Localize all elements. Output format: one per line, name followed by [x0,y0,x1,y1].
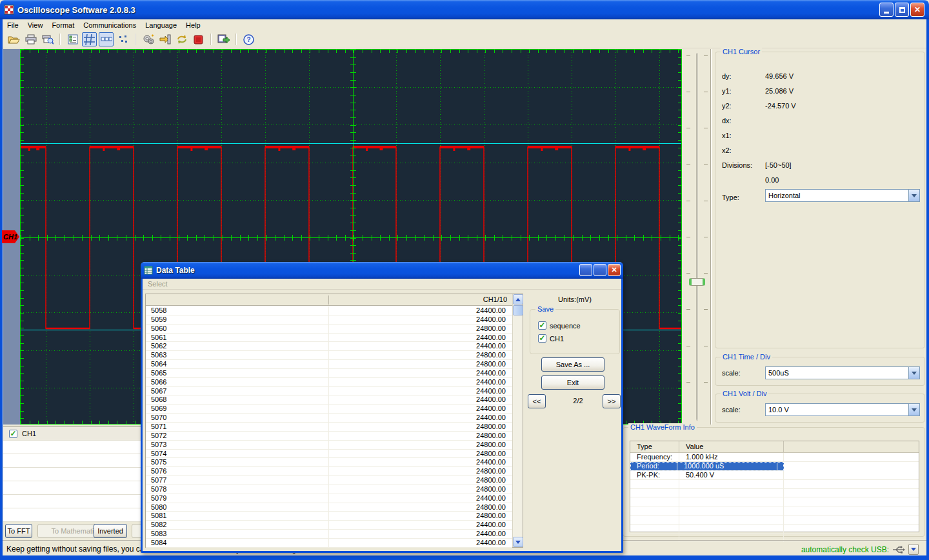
prev-page-button[interactable]: << [528,394,546,408]
menu-view[interactable]: View [23,20,48,30]
menu-communications[interactable]: Communications [79,20,141,30]
table-row[interactable]: 507224800.00 [146,432,512,441]
waveform-info-row[interactable] [630,506,919,515]
channel-list-icon[interactable] [65,32,80,46]
waveform-info-row[interactable] [630,497,919,506]
time-div-select[interactable]: 500uS [765,366,920,379]
table-row[interactable]: 507524400.00 [146,458,512,467]
group-title: CH1 Volt / Div [721,390,768,397]
menu-language[interactable]: Language [141,20,181,30]
waveform-info-row[interactable]: PK-PK:50.400 V [630,471,919,480]
close-button[interactable]: ✕ [910,3,924,17]
scroll-thumb[interactable] [513,305,523,315]
table-row[interactable]: 506524400.00 [146,369,512,378]
table-row[interactable]: 506224400.00 [146,342,512,351]
column-header[interactable]: Type [630,441,679,452]
sequence-checkbox-row[interactable]: ✓ sequence [538,321,581,330]
table-header: CH1/10 [146,294,512,306]
table-row[interactable]: 506024800.00 [146,325,512,334]
to-fft-button[interactable]: To FFT [5,524,32,538]
table-row[interactable]: 508424400.00 [146,539,512,548]
table-row[interactable]: 506724400.00 [146,387,512,396]
inverted-button[interactable]: Inverted [94,524,127,538]
save-as-button[interactable]: Save As ... [541,357,604,372]
table-row[interactable]: 507724800.00 [146,476,512,485]
chevron-down-icon[interactable] [908,404,919,415]
next-page-button[interactable]: >> [603,394,621,408]
dialog-close-button[interactable]: ✕ [608,264,621,276]
cursor-field-value: [-50~50] [765,161,792,169]
waveform-info-table: Type Value Frequency:1.000 kHzPeriod:100… [630,441,919,532]
select-menu[interactable]: Select [143,279,621,290]
print-preview-icon[interactable] [40,32,55,46]
chevron-down-icon[interactable] [908,190,919,201]
chevron-down-icon[interactable] [908,367,919,379]
maximize-button[interactable] [895,3,909,17]
table-row[interactable]: 506924400.00 [146,405,512,414]
checkbox-checked-icon[interactable]: ✓ [538,334,546,343]
table-row[interactable]: 508224400.00 [146,521,512,530]
dialog-minimize-button[interactable] [579,264,592,276]
column-header[interactable] [784,441,919,452]
table-row[interactable]: 506124400.00 [146,334,512,343]
table-row[interactable]: 507324800.00 [146,441,512,450]
waveform-info-row[interactable] [630,525,919,534]
waveform-info-row[interactable]: Period:1000.000 uS [630,462,784,471]
slider-track[interactable] [696,53,698,421]
refresh-icon[interactable] [174,32,189,46]
table-row[interactable]: 507124800.00 [146,423,512,432]
exit-button[interactable]: Exit [541,375,604,390]
waveform-info-row[interactable]: Frequency:1.000 kHz [630,453,919,462]
dots-line-icon[interactable] [99,32,114,46]
table-row[interactable]: 505924400.00 [146,315,512,325]
table-row[interactable]: 507024400.00 [146,414,512,423]
cursor-type-select[interactable]: Horizontal [765,189,920,202]
table-row[interactable]: 507424800.00 [146,450,512,459]
waveform-info-row[interactable] [630,489,919,498]
table-row[interactable]: 506824400.00 [146,395,512,405]
table-row[interactable]: 505824400.00 [146,306,512,315]
volt-div-select[interactable]: 10.0 V [765,403,920,416]
table-row[interactable]: 507824800.00 [146,485,512,494]
table-row[interactable]: 506324800.00 [146,351,512,360]
scatter-dots-icon[interactable] [115,32,130,46]
table-row[interactable]: 507624800.00 [146,467,512,476]
open-folder-icon[interactable] [6,32,21,46]
table-row[interactable]: 508324400.00 [146,530,512,539]
import-icon[interactable] [157,32,172,46]
table-row[interactable]: 506624400.00 [146,378,512,387]
scrollbar[interactable] [512,294,523,547]
scale-label: scale: [722,406,741,414]
menu-help[interactable]: Help [181,20,205,30]
table-row[interactable]: 508124800.00 [146,512,512,521]
waveform-info-row[interactable] [630,515,919,525]
help-icon[interactable]: ? [241,32,256,46]
scroll-down-icon[interactable] [513,537,523,547]
column-header[interactable]: Value [679,441,784,452]
export-record-icon[interactable] [216,32,231,46]
minimize-button[interactable] [879,3,894,17]
group-title: Save [535,305,555,313]
waveform-info-row[interactable] [630,480,919,489]
app-icon [4,5,14,15]
menu-file[interactable]: File [3,20,23,30]
table-row[interactable]: 507924400.00 [146,494,512,503]
grid-icon[interactable] [82,32,97,46]
table-row[interactable]: 508024800.00 [146,503,512,512]
print-icon[interactable] [23,32,38,46]
slider-thumb[interactable] [689,278,705,286]
dialog-maximize-button[interactable] [594,264,606,276]
ch1-cursor-group: CH1 Cursor dy:49.656 Vy1:25.086 Vy2:-24.… [715,52,925,348]
settings-gears-icon[interactable] [141,32,155,46]
ch1-checkbox-row[interactable]: ✓ CH1 [538,334,564,343]
stop-icon[interactable] [191,32,206,46]
scroll-up-icon[interactable] [513,294,523,305]
menu-format[interactable]: Format [47,20,79,30]
table-row[interactable]: 506424800.00 [146,360,512,369]
usb-check-toggle[interactable] [908,544,919,555]
checkbox-checked-icon[interactable]: ✓ [538,321,546,330]
svg-text:?: ? [246,36,250,43]
group-title: CH1 Cursor [721,48,762,55]
column-header[interactable]: CH1/10 [483,295,507,303]
checkbox-checked-icon[interactable]: ✓ [9,430,17,438]
